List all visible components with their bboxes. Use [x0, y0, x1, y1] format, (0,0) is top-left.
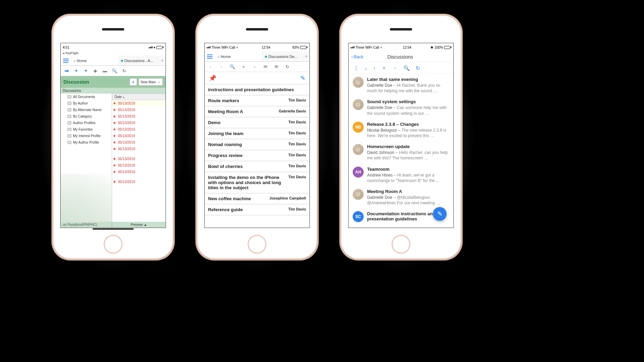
list-item[interactable]: NBRelease 2.3.8 – ChangesNicolai Belogou…	[349, 119, 453, 141]
close-icon[interactable]: ×	[305, 54, 307, 59]
list-item[interactable]: Progress reviewTim Davis	[205, 150, 309, 161]
list-item[interactable]: Meeting Room AGabriella Davis	[205, 106, 309, 117]
plus-icon[interactable]: ＋	[381, 65, 387, 71]
sidebar-item[interactable]: All Documents	[61, 94, 112, 100]
tool-icon-4[interactable]: ▬	[102, 69, 107, 73]
home-button[interactable]	[104, 235, 123, 254]
battery-icon	[444, 46, 451, 49]
sidebar-item[interactable]: By Category	[61, 113, 112, 120]
date-column-header[interactable]: Date▴	[112, 94, 166, 100]
mail-icon[interactable]: ✉	[263, 64, 268, 69]
item-author: Tim Davis	[288, 131, 306, 135]
star-icon: ★	[112, 147, 117, 151]
tab-bar: ⌂Home ◆Discussions - A...×	[61, 56, 166, 66]
mail2-icon[interactable]: ✉	[274, 64, 279, 69]
date-row[interactable]: ★05/13/2019	[112, 133, 166, 139]
search-icon[interactable]: 🔍	[403, 65, 410, 71]
tab-discussions[interactable]: ◆Discussions De...×	[262, 51, 309, 61]
date-value: 05/13/2019	[117, 157, 135, 161]
sidebar-item[interactable]: By Author	[61, 100, 112, 107]
search-icon[interactable]: 🔍	[112, 69, 117, 73]
star-icon: ★	[112, 140, 117, 145]
sidebar-item[interactable]: My Author Profile	[61, 139, 112, 146]
folder-icon	[68, 108, 71, 111]
home-button[interactable]	[248, 235, 267, 254]
pin-icon[interactable]: 📌	[209, 74, 216, 82]
list-item[interactable]: ☺Homescreen updateDavid Johnson – Hello …	[349, 141, 453, 164]
menu-icon[interactable]	[205, 55, 215, 59]
forward-icon[interactable]: ➡	[64, 69, 69, 73]
list-item[interactable]: DemoTim Davis	[205, 117, 309, 128]
date-row[interactable]: ★05/13/2019	[112, 126, 166, 133]
list-item[interactable]: Installing the demo on the iPhone with o…	[205, 172, 309, 193]
date-row[interactable]: ★05/13/2019	[112, 146, 166, 152]
date-row[interactable]: ★05/13/2019	[112, 179, 166, 185]
date-row[interactable]: ★05/13/2019	[112, 169, 166, 175]
edit-icon[interactable]: ✎	[300, 74, 305, 82]
list-item[interactable]: New coffee machineJosephine Campbell	[205, 193, 309, 204]
list-item[interactable]: Joining the teamTim Davis	[205, 128, 309, 139]
minus-icon[interactable]: －	[392, 65, 398, 71]
date-value: 05/13/2019	[117, 170, 135, 174]
date-row[interactable]: ★05/13/2019	[112, 139, 166, 146]
tab-discussions[interactable]: ◆Discussions - A...×	[118, 56, 166, 65]
item-preview: Gabrielle Doe – @NicolaiBelogour, @Andre…	[367, 195, 449, 206]
item-title: Release 2.3.8 – Changes	[367, 122, 449, 127]
list-item[interactable]: AHTeamroomAndrew Hines – Hi team, we've …	[349, 164, 453, 186]
list-item[interactable]: ☺Meeting Room AGabrielle Doe – @NicolaiB…	[349, 186, 453, 208]
item-author: Tim Davis	[288, 153, 306, 157]
tab-home[interactable]: ⌂Home	[215, 51, 262, 61]
sidebar-item[interactable]: My Favorites	[61, 126, 112, 133]
doc-icon: ◆	[265, 55, 267, 58]
search-icon[interactable]: 🔍	[230, 64, 235, 69]
date-row[interactable]: ★05/13/2019	[112, 120, 166, 126]
refresh-icon[interactable]: ↻	[416, 65, 420, 71]
refresh-icon[interactable]: ↻	[122, 69, 126, 73]
forward-icon[interactable]: ›	[219, 64, 224, 69]
toolbar: ➡ ✦ ✦ ◆ ▬ 🔍 ↻	[61, 66, 166, 76]
sidebar-item[interactable]: By Alternate Name	[61, 107, 112, 113]
date-row[interactable]: ★05/13/2019	[112, 113, 166, 120]
home-button[interactable]	[392, 235, 411, 254]
nav-bar: ‹Back Discussions	[349, 51, 453, 62]
date-row[interactable]: ★05/13/2019	[112, 100, 166, 107]
list-item[interactable]: instructions and presentation guidelines	[205, 84, 309, 95]
sidebar-item-label: By Category	[73, 114, 92, 118]
menu-icon[interactable]	[353, 66, 359, 70]
close-icon[interactable]: ×	[161, 58, 163, 63]
list-item[interactable]: Route markersTim Davis	[205, 95, 309, 106]
tool-icon-2[interactable]: ✦	[83, 69, 88, 73]
item-title: Installing the demo on the iPhone with o…	[208, 175, 285, 190]
list-item[interactable]: Bowl of cherriesTim Davis	[205, 161, 309, 172]
item-preview: Gabrielle Doe – Hi Rachel, thank you so …	[367, 83, 449, 94]
list-item[interactable]: Reference guideTim Davis	[205, 204, 309, 215]
discussion-list: ☺Later that same eveningGabrielle Doe – …	[349, 74, 453, 228]
preview-toggle[interactable]: Preview ▲	[112, 222, 166, 228]
back-icon[interactable]: ‹	[208, 64, 213, 69]
list-item[interactable]: Nomad roamingTim Davis	[205, 139, 309, 150]
menu-icon[interactable]	[61, 59, 71, 63]
tool-icon-3[interactable]: ◆	[93, 69, 98, 73]
sidebar-item-label: By Alternate Name	[73, 108, 101, 112]
list-item[interactable]: ☺Sound system settingsGabrielle Doe – Ca…	[349, 96, 453, 119]
new-main-button[interactable]: New Main→	[138, 78, 163, 86]
add-button[interactable]: +	[130, 78, 137, 86]
sync-icon[interactable]: ↻	[285, 64, 290, 69]
item-author: Josephine Campbell	[269, 196, 306, 200]
down-icon[interactable]: ↓	[365, 65, 367, 71]
date-value: 05/13/2019	[117, 134, 135, 138]
date-row[interactable]: ★05/13/2019	[112, 107, 166, 113]
compose-fab[interactable]: ✎	[433, 207, 447, 221]
date-row[interactable]: ★05/13/2019	[112, 156, 166, 162]
up-icon[interactable]: ↑	[373, 65, 376, 71]
sidebar-item[interactable]: My Interest Profile	[61, 133, 112, 139]
list-item[interactable]: ☺Later that same eveningGabrielle Doe – …	[349, 74, 453, 96]
tab-home[interactable]: ⌂Home	[71, 56, 118, 65]
minus-icon[interactable]: －	[252, 64, 257, 69]
plus-icon[interactable]: ＋	[241, 64, 246, 69]
back-button[interactable]: ‹Back	[351, 54, 363, 59]
date-row[interactable]: ★05/13/2019	[112, 162, 166, 169]
tool-icon-1[interactable]: ✦	[74, 69, 78, 73]
sidebar-item[interactable]: Author Profiles	[61, 120, 112, 126]
testflight-back[interactable]: ◂ TestFlight	[61, 51, 166, 56]
